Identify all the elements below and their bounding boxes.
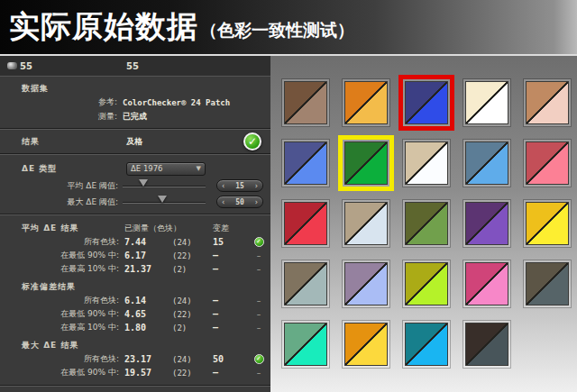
patch-swatch	[405, 262, 448, 305]
patch-swatch	[284, 323, 327, 366]
slider-thumb[interactable]	[158, 196, 167, 203]
section-title: 标准偏差结果	[0, 281, 124, 293]
row-variance: 15	[213, 237, 249, 247]
patch-swatch	[344, 323, 388, 366]
slider-track[interactable]	[123, 202, 206, 204]
color-patch[interactable]	[463, 79, 510, 126]
patch-number-label: 55	[20, 61, 32, 71]
reference-value: ColorChecker® 24 Patch	[123, 98, 230, 107]
row-label: 在最低 90% 中:	[0, 367, 124, 378]
stepper-increment-icon[interactable]: ›	[255, 182, 258, 190]
delta-e-type-label: ΔE 类型	[0, 163, 57, 175]
patch-swatch	[344, 141, 388, 185]
row-status: ✓	[249, 237, 269, 247]
slider-rows: 平均 ΔE 阈值: ‹ 15 › 最大 ΔE 阈值: ‹ 50 ›	[0, 178, 270, 210]
color-patch[interactable]	[463, 200, 510, 247]
patch-preview-panel	[270, 56, 577, 392]
color-patch[interactable]	[282, 140, 329, 187]
section-title-row: 最大 ΔE 结果	[0, 339, 270, 352]
row-status: –	[249, 310, 269, 319]
row-status: –	[249, 265, 269, 274]
row-variance: –	[213, 296, 249, 305]
stepper-decrement-icon[interactable]: ‹	[222, 198, 224, 206]
content-area: 55 55 数据集 参考: ColorChecker® 24 Patch 测量:…	[0, 56, 577, 392]
color-patch[interactable]	[282, 260, 329, 307]
row-status: –	[249, 324, 269, 333]
result-value: 及格	[126, 136, 142, 148]
slider-track[interactable]	[123, 186, 206, 187]
title-bar: 实际原始数据 （色彩一致性测试）	[0, 0, 577, 56]
table-row: 所有色块: 23.17 (24) 50 ✓	[0, 352, 270, 366]
patch-swatch	[526, 262, 569, 305]
section-title: 平均 ΔE 结果	[0, 223, 124, 234]
color-patch[interactable]	[524, 140, 571, 187]
chevron-down-icon: ▼	[197, 165, 201, 172]
patch-swatch	[284, 141, 327, 185]
patch-swatch	[465, 81, 508, 124]
table-row: 所有色块: 6.14 (24) – –	[0, 294, 270, 307]
color-patch[interactable]	[524, 79, 571, 126]
slider-thumb[interactable]	[139, 179, 148, 187]
value-stepper[interactable]: ‹ 15 ›	[216, 179, 263, 192]
patch-swatch	[344, 262, 388, 305]
pass-check-icon: ✓	[254, 237, 264, 247]
color-patch-highlighted-yellow[interactable]	[343, 140, 389, 187]
row-count: (22)	[172, 369, 213, 378]
color-patch[interactable]	[403, 200, 450, 247]
row-value: 6.14	[124, 296, 172, 305]
patch-swatch	[405, 202, 448, 245]
patch-number-value: 55	[126, 61, 139, 71]
color-patch[interactable]	[463, 321, 510, 368]
row-label: 在最高 10% 中:	[0, 322, 124, 333]
row-variance: –	[213, 251, 249, 260]
page-title: 实际原始数据	[9, 6, 198, 48]
stepper-decrement-icon[interactable]: ‹	[222, 182, 224, 190]
color-patch[interactable]	[524, 260, 571, 307]
color-patch[interactable]	[403, 140, 450, 187]
measurement-row: 测量: 已完成	[0, 110, 270, 123]
color-patch[interactable]	[282, 321, 329, 368]
reference-label: 参考:	[0, 96, 123, 108]
value-stepper[interactable]: ‹ 50 ›	[216, 196, 263, 208]
color-patch[interactable]	[343, 79, 389, 126]
stepper-increment-icon[interactable]: ›	[255, 198, 258, 206]
pass-check-icon: ✓	[254, 354, 264, 364]
table-header-row: 平均 ΔE 结果 已测量（色块） 变差	[0, 221, 270, 235]
color-patch[interactable]	[343, 321, 389, 368]
patch-swatch	[344, 202, 388, 245]
row-status: –	[249, 369, 269, 378]
patch-swatch	[465, 323, 508, 366]
stepper-value: 15	[235, 182, 244, 190]
row-value: 21.37	[124, 264, 172, 274]
color-patch[interactable]	[403, 260, 450, 307]
delta-e-type-dropdown[interactable]: ΔE 1976 ▼	[126, 162, 206, 176]
delta-e-settings: ΔE 类型 ΔE 1976 ▼ 平均 ΔE 阈值: ‹ 15 › 最大 ΔE 阈…	[0, 155, 270, 214]
color-patch[interactable]	[403, 321, 450, 368]
row-count: (2)	[172, 324, 213, 333]
color-patch-highlighted-red[interactable]	[403, 79, 450, 126]
row-count: (22)	[172, 251, 213, 260]
row-label: 所有色块:	[0, 353, 124, 365]
patch-swatch	[405, 323, 448, 366]
color-patch[interactable]	[524, 200, 571, 247]
row-label: 在最低 90% 中:	[0, 308, 124, 320]
color-patch[interactable]	[282, 200, 329, 247]
row-count: (24)	[172, 355, 213, 364]
patch-icon	[7, 62, 17, 69]
color-patch[interactable]	[343, 200, 389, 247]
color-patch[interactable]	[282, 79, 329, 126]
color-patch[interactable]	[343, 260, 389, 307]
patch-selector-row[interactable]: 55 55	[0, 56, 270, 77]
patch-swatch	[284, 81, 327, 124]
color-patch[interactable]	[463, 140, 510, 187]
color-patch[interactable]	[463, 260, 510, 307]
row-value: 4.65	[124, 309, 172, 319]
slider-label: 平均 ΔE 阈值:	[0, 180, 123, 192]
table-row: 在最低 90% 中: 4.65 (22) – –	[0, 307, 270, 321]
table-row: 在最高 10% 中: 21.37 (2) – –	[0, 262, 270, 276]
row-variance: –	[213, 323, 249, 333]
row-value: 7.44	[124, 237, 172, 247]
divider	[0, 385, 270, 387]
patch-swatch	[526, 81, 569, 124]
patch-swatch	[465, 262, 508, 305]
